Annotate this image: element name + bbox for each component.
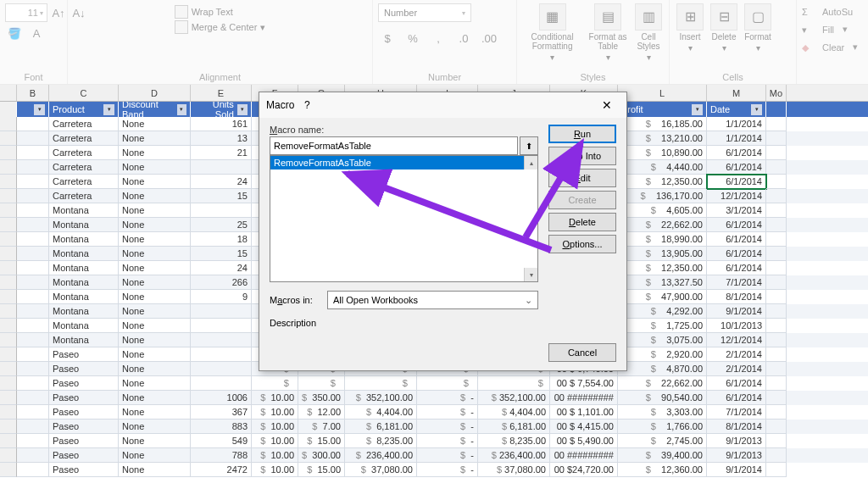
merge-center-button[interactable]: Merge & Center ▾ xyxy=(175,20,266,34)
conditional-formatting-button[interactable]: ▦Conditional Formatting▾ xyxy=(522,3,582,62)
scroll-down-icon[interactable]: ▾ xyxy=(524,268,537,281)
filter-button[interactable]: ▾ xyxy=(177,104,186,115)
dialog-close-button[interactable]: ✕ xyxy=(594,92,620,118)
run-button[interactable]: Run xyxy=(548,125,616,143)
alignment-group-label: Alignment xyxy=(73,70,367,84)
filter-button[interactable]: ▾ xyxy=(692,104,703,115)
cell-styles-button[interactable]: ▥Cell Styles▾ xyxy=(633,3,664,62)
scroll-up-icon[interactable]: ▴ xyxy=(524,156,537,169)
font-group-label: Font xyxy=(5,70,62,84)
macros-in-select[interactable]: All Open Workbooks xyxy=(327,291,538,309)
macro-list-item[interactable]: RemoveFormatAsTable xyxy=(270,156,537,169)
comma-icon[interactable]: , xyxy=(429,29,448,47)
macro-name-input[interactable] xyxy=(270,136,518,155)
ref-edit-button[interactable]: ⬆ xyxy=(520,136,538,155)
options-button[interactable]: Options... xyxy=(548,235,616,253)
increase-decimal-icon[interactable]: .0 xyxy=(454,29,473,47)
autosum-button[interactable]: AutoSu xyxy=(802,7,853,17)
increase-font-icon[interactable]: A↑ xyxy=(49,3,68,22)
fill-color-icon[interactable]: 🪣 xyxy=(5,24,24,42)
cells-group-label: Cells xyxy=(675,70,791,84)
styles-group-label: Styles xyxy=(522,70,664,84)
filter-button[interactable]: ▾ xyxy=(34,104,45,115)
ribbon: 11A↑A↓ 🪣A Font Wrap Text Merge & Center … xyxy=(0,0,868,85)
delete-macro-button[interactable]: Delete xyxy=(548,213,616,231)
dialog-title-text: Macro xyxy=(266,99,294,111)
font-color-icon[interactable]: A xyxy=(27,24,46,42)
edit-button[interactable]: Edit xyxy=(548,169,616,187)
format-as-table-button[interactable]: ▤Format as Table▾ xyxy=(586,3,630,62)
create-button: Create xyxy=(548,191,616,209)
filter-button[interactable]: ▾ xyxy=(751,104,762,115)
macro-list[interactable]: RemoveFormatAsTable ▴ ▾ xyxy=(270,155,538,282)
format-button[interactable]: ▢Format▾ xyxy=(743,3,773,53)
insert-button[interactable]: ⊞Insert▾ xyxy=(675,3,705,53)
decrease-decimal-icon[interactable]: .00 xyxy=(480,29,498,47)
currency-icon[interactable]: $ xyxy=(378,29,397,47)
percent-icon[interactable]: % xyxy=(403,29,422,47)
dialog-help-button[interactable]: ? xyxy=(294,92,320,118)
number-group-label: Number xyxy=(378,70,511,84)
macro-name-label: Macro name: xyxy=(270,125,538,135)
clear-button[interactable]: Clear ▾ xyxy=(802,42,858,53)
description-label: Description xyxy=(270,318,322,328)
number-format-selector[interactable]: Number xyxy=(378,3,471,22)
macro-dialog: Macro ? ✕ Macro name: ⬆ RemoveFormatAsTa… xyxy=(259,92,627,371)
delete-button[interactable]: ⊟Delete▾ xyxy=(709,3,739,53)
step-into-button[interactable]: Step Into xyxy=(548,147,616,165)
dialog-titlebar: Macro ? ✕ xyxy=(259,92,626,118)
macros-in-label: Macros in: xyxy=(270,295,322,305)
fill-button[interactable]: Fill ▾ xyxy=(802,24,848,35)
filter-button[interactable]: ▾ xyxy=(103,104,114,115)
font-size-selector[interactable]: 11 xyxy=(5,3,47,22)
cancel-button[interactable]: Cancel xyxy=(548,343,616,362)
wrap-text-button[interactable]: Wrap Text xyxy=(175,5,266,19)
filter-button[interactable]: ▾ xyxy=(237,104,248,115)
